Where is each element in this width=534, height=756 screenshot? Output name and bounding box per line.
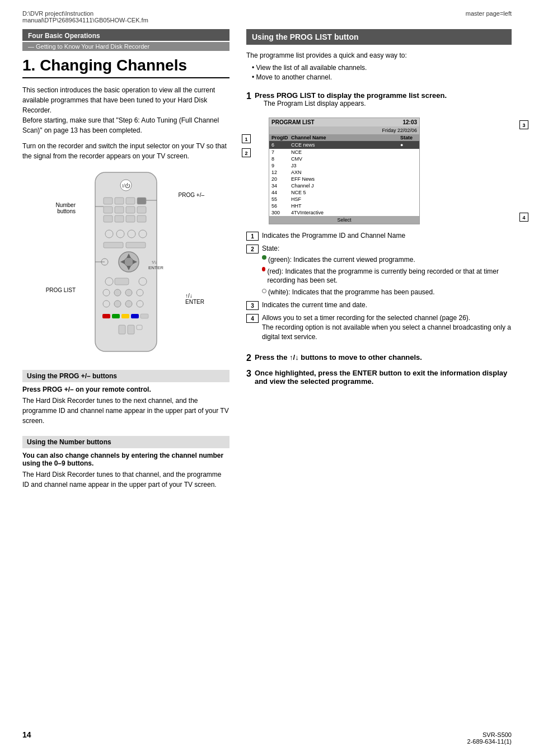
pl-row-axn: 12 AXN: [269, 169, 419, 176]
prog-list-intro: The programme list provides a quick and …: [246, 50, 512, 60]
remote-wrapper: Numberbuttons PROG +/– PROG LIST ↑/↓ENTE…: [22, 170, 229, 360]
pl-header: PROGRAM LIST 12:03: [269, 118, 419, 126]
svg-rect-41: [102, 314, 110, 318]
pl-footer: Select: [269, 216, 419, 224]
header-right: master page=left: [466, 10, 512, 24]
page-header: D:\DVR project\Instruction manual\DTP\26…: [0, 0, 534, 24]
svg-point-16: [116, 230, 124, 238]
section-subheader: — Getting to Know Your Hard Disk Recorde…: [22, 42, 229, 51]
svg-rect-9: [126, 206, 135, 213]
step3-text: Once highlighted, press the ENTER button…: [255, 369, 507, 386]
pl-row-hsf: 55 HSF: [269, 196, 419, 203]
svg-text:↑/↓: ↑/↓: [151, 260, 157, 265]
svg-rect-6: [137, 198, 146, 204]
svg-point-30: [105, 278, 113, 285]
program-list-mockup: 3 4 1 2 PROGRAM LIST 12:03 Friday 22/02/…: [257, 118, 512, 224]
ann-num-4: 4: [246, 314, 259, 323]
svg-rect-45: [140, 314, 148, 318]
svg-rect-10: [137, 206, 146, 213]
number-bold-text: You can also change channels by entering…: [22, 452, 229, 467]
svg-point-37: [103, 300, 110, 307]
svg-rect-11: [104, 215, 113, 222]
main-title: 1. Changing Channels: [22, 57, 229, 78]
page-number: 14: [22, 730, 31, 739]
svg-rect-12: [115, 215, 124, 222]
step1-container: 1 Press PROG LIST to display the program…: [246, 91, 512, 112]
svg-rect-5: [126, 198, 135, 204]
svg-rect-19: [104, 242, 123, 248]
pl-row-hht: 56 HHT: [269, 203, 419, 209]
pl-row-4tv: 300 4TVInteractive: [269, 209, 419, 216]
program-list-screen: PROGRAM LIST 12:03 Friday 22/02/06 ProgI…: [269, 118, 420, 224]
ann-content-1: Indicates the Programme ID and Channel N…: [262, 231, 512, 241]
step2-content: Press the ↑/↓ buttons to move to other c…: [255, 353, 422, 361]
subsection-prog-title: Using the PROG +/– buttons: [22, 370, 229, 382]
footer-right: SVR-S500 2-689-634-11(1): [467, 731, 512, 745]
svg-rect-31: [115, 278, 129, 285]
annotation-3: 3 Indicates the current time and date.: [246, 300, 512, 310]
state-red: (red): Indicates that the programme is c…: [262, 267, 512, 286]
svg-rect-7: [104, 206, 113, 213]
bullet-2: Move to another channel.: [252, 73, 512, 81]
body-para2: Turn on the recorder and switch the inpu…: [22, 141, 229, 161]
annotation-4: 4 Allows you to set a timer recording fo…: [246, 313, 512, 341]
right-column: Using the PROG LIST button The programme…: [246, 29, 512, 495]
callout-3-marker: 3: [519, 120, 528, 129]
white-indicator: [262, 289, 266, 293]
pl-row-j3: 9 J3: [269, 162, 419, 169]
section-header: Four Basic Operations: [22, 29, 229, 41]
subsection-number-title: Using the Number buttons: [22, 436, 229, 448]
svg-point-40: [137, 300, 143, 307]
svg-rect-47: [128, 325, 134, 334]
ann-num-1: 1: [246, 232, 259, 241]
svg-point-15: [105, 230, 113, 238]
pl-row-highlighted: 6 CCE news ●: [269, 141, 419, 149]
svg-point-18: [139, 230, 147, 238]
prog-bold-text: Press PROG +/– on your remote control.: [22, 386, 229, 393]
number-body-text: The Hard Disk Recorder tunes to that cha…: [22, 469, 229, 490]
prog-plus-minus-label: PROG +/–: [179, 192, 204, 198]
step3-number: 3: [246, 369, 251, 379]
ann-num-3: 3: [246, 301, 259, 310]
pl-col-headers: ProgID Channel Name State: [269, 134, 419, 141]
pl-row-nce: 7 NCE: [269, 149, 419, 156]
svg-rect-43: [121, 314, 129, 318]
svg-point-35: [125, 289, 132, 296]
svg-rect-46: [119, 325, 125, 334]
svg-text:I/⏻: I/⏻: [122, 183, 130, 189]
svg-point-23: [124, 257, 133, 266]
enter-label: ↑/↓ENTER: [185, 293, 204, 305]
step3-container: 3 Once highlighted, press the ENTER butt…: [246, 369, 512, 386]
callout-annotations: 1 Indicates the Programme ID and Channel…: [246, 231, 512, 341]
number-buttons-label: Numberbuttons: [39, 202, 76, 214]
ann-content-2: State: (green): Indicates the current vi…: [262, 244, 512, 297]
step1-bold: Press PROG LIST to display the programme…: [255, 91, 447, 100]
svg-point-32: [139, 278, 147, 285]
svg-point-39: [125, 300, 132, 307]
remote-control-svg: I/⏻: [78, 170, 174, 360]
content-wrapper: Four Basic Operations — Getting to Know …: [0, 24, 534, 506]
header-left: D:\DVR project\Instruction manual\DTP\26…: [22, 10, 148, 24]
step1-number: 1: [246, 91, 251, 101]
prog-list-label: PROG LIST: [45, 287, 76, 293]
ann-content-3: Indicates the current time and date.: [262, 300, 512, 310]
ann-num-2: 2: [246, 245, 259, 253]
svg-point-38: [114, 300, 121, 307]
ann-content-4: Allows you to set a timer recording for …: [262, 313, 512, 341]
pl-row-nce5: 44 NCE 5: [269, 189, 419, 196]
step2-text: Press the ↑/↓ buttons to move to other c…: [255, 353, 422, 361]
green-indicator: [262, 255, 266, 260]
svg-rect-14: [137, 215, 146, 222]
callout-4-marker: 4: [519, 213, 528, 222]
step3-content: Once highlighted, press the ENTER button…: [255, 369, 512, 386]
prog-body-text: The Hard Disk Recorder tunes to the next…: [22, 396, 229, 426]
prog-list-section-header: Using the PROG LIST button: [246, 29, 512, 45]
annotation-1: 1 Indicates the Programme ID and Channel…: [246, 231, 512, 241]
svg-rect-8: [115, 206, 124, 213]
callout-1-marker: 1: [242, 134, 251, 143]
state-white: (white): Indicates that the programme ha…: [262, 288, 512, 297]
svg-rect-3: [104, 198, 113, 204]
svg-rect-4: [115, 198, 124, 204]
step1-content: Press PROG LIST to display the programme…: [255, 91, 447, 112]
pl-row-chanj: 34 Channel J: [269, 182, 419, 189]
